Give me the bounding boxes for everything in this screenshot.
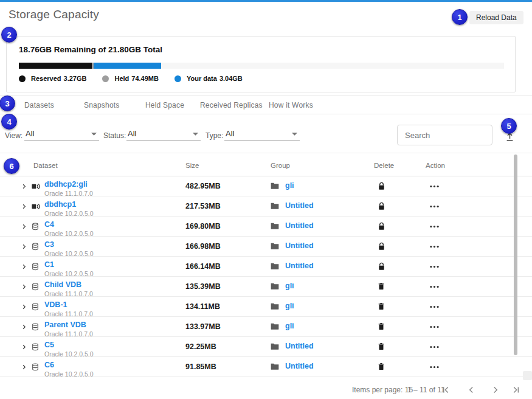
group-link[interactable]: Untitled — [285, 241, 314, 250]
dataset-link[interactable]: C5 — [44, 341, 54, 349]
dataset-size: 169.80MB — [185, 222, 221, 231]
expand-chevron-icon[interactable] — [21, 203, 27, 210]
dataset-link[interactable]: VDB-1 — [44, 300, 67, 309]
group-link[interactable]: gli — [285, 282, 294, 290]
folder-icon — [271, 203, 279, 209]
trash-icon[interactable] — [378, 302, 384, 310]
lock-icon[interactable] — [378, 182, 385, 190]
group-link[interactable]: gli — [285, 181, 294, 190]
last-page-icon[interactable] — [511, 384, 522, 395]
page-range-label: 1 – 11 of 11 — [407, 386, 445, 394]
group-link[interactable]: Untitled — [285, 221, 314, 230]
dataset-size: 482.95MB — [185, 182, 221, 190]
dataset-size: 135.39MB — [185, 282, 221, 291]
dataset-link[interactable]: C6 — [44, 361, 54, 369]
status-filter-select[interactable]: All — [126, 127, 201, 141]
action-menu-button[interactable] — [430, 185, 439, 188]
trash-icon[interactable] — [378, 363, 384, 370]
action-menu-button[interactable] — [430, 245, 439, 248]
dataset-link[interactable]: Child VDB — [44, 280, 81, 289]
capacity-segment-reserved — [19, 63, 92, 69]
expand-chevron-icon[interactable] — [21, 344, 27, 350]
vdb-icon — [32, 283, 39, 291]
dataset-link[interactable]: C4 — [44, 220, 54, 229]
next-page-icon[interactable] — [490, 384, 501, 395]
tab-how-it-works[interactable]: How it Works — [269, 101, 313, 109]
lock-icon[interactable] — [378, 222, 385, 231]
page-title: Storage Capacity — [9, 8, 99, 21]
view-filter-select[interactable]: All — [24, 127, 99, 141]
group-cell: gli — [271, 282, 294, 290]
dataset-size: 91.85MB — [185, 363, 216, 371]
trash-icon[interactable] — [378, 282, 384, 290]
table-row: Child VDBOracle 11.1.0.7.0135.39MBgli — [0, 277, 532, 297]
group-link[interactable]: Untitled — [285, 342, 314, 350]
dataset-link[interactable]: dbdhcp1 — [44, 200, 76, 209]
dataset-link[interactable]: C1 — [44, 260, 54, 269]
search-input[interactable] — [397, 125, 492, 145]
trash-icon[interactable] — [378, 322, 384, 330]
action-menu-button[interactable] — [430, 285, 439, 288]
table-row: dbdhcp1Oracle 10.2.0.5.0217.53MBUntitled — [0, 196, 532, 217]
group-link[interactable]: Untitled — [285, 262, 314, 270]
items-per-page[interactable]: Items per page: 15 — [352, 386, 413, 394]
type-filter-label: Type: — [206, 131, 223, 140]
first-page-icon[interactable] — [440, 384, 451, 395]
lock-icon[interactable] — [378, 242, 385, 251]
expand-chevron-icon[interactable] — [21, 183, 27, 190]
chevron-down-icon — [91, 133, 97, 136]
trash-icon[interactable] — [378, 342, 384, 350]
action-menu-button[interactable] — [430, 366, 439, 369]
group-link[interactable]: Untitled — [285, 362, 314, 370]
expand-chevron-icon[interactable] — [21, 263, 27, 270]
dataset-size: 217.53MB — [185, 202, 221, 210]
column-header-group: Group — [271, 162, 290, 169]
dataset-size: 134.11MB — [185, 302, 220, 311]
your-data-dot-icon — [174, 75, 181, 82]
expand-chevron-icon[interactable] — [21, 283, 27, 290]
expand-chevron-icon[interactable] — [21, 324, 27, 330]
action-menu-button[interactable] — [430, 325, 439, 328]
status-filter-label: Status: — [103, 131, 126, 140]
dataset-link[interactable]: Parent VDB — [44, 321, 86, 329]
folder-icon — [271, 363, 279, 370]
action-menu-button[interactable] — [430, 305, 439, 308]
expand-chevron-icon[interactable] — [21, 223, 27, 230]
table-row: C1Oracle 10.2.0.5.0166.14MBUntitled — [0, 257, 532, 277]
vdb-icon — [32, 343, 39, 351]
lock-icon[interactable] — [378, 262, 385, 271]
tab-held-space[interactable]: Held Space — [145, 101, 184, 109]
action-menu-button[interactable] — [430, 205, 439, 208]
group-cell: Untitled — [271, 362, 314, 370]
column-header-delete: Delete — [374, 162, 394, 169]
group-link[interactable]: gli — [285, 322, 294, 330]
table-body: dbdhcp2:gliOracle 11.1.0.7.0482.95MBglid… — [0, 176, 532, 377]
expand-chevron-icon[interactable] — [21, 304, 27, 310]
scrollbar-corner — [523, 371, 532, 380]
reload-data-button[interactable]: Reload Data — [469, 11, 523, 24]
action-menu-button[interactable] — [430, 345, 439, 349]
vdb-icon — [32, 363, 39, 371]
group-link[interactable]: Untitled — [285, 201, 314, 210]
capacity-legend: Reserved 3.27GB Held 74.49MB Your data 3… — [19, 75, 243, 82]
folder-icon — [271, 243, 279, 249]
action-menu-button[interactable] — [430, 265, 439, 268]
type-filter-select[interactable]: All — [224, 127, 300, 141]
column-header-size: Size — [185, 162, 199, 169]
capacity-card: 18.76GB Remaining of 21.80GB Total Reser… — [6, 36, 516, 92]
folder-icon — [271, 323, 279, 330]
tab-snapshots[interactable]: Snapshots — [84, 101, 120, 109]
tab-datasets[interactable]: Datasets — [24, 101, 54, 109]
previous-page-icon[interactable] — [466, 384, 477, 395]
tab-received-replicas[interactable]: Received Replicas — [200, 101, 263, 109]
action-menu-button[interactable] — [430, 225, 439, 228]
folder-icon — [271, 283, 279, 290]
callout-4: 4 — [1, 114, 17, 130]
vertical-scrollbar[interactable] — [514, 154, 517, 355]
lock-icon[interactable] — [378, 202, 385, 210]
group-link[interactable]: gli — [285, 302, 294, 310]
expand-chevron-icon[interactable] — [21, 243, 27, 250]
dataset-link[interactable]: C3 — [44, 240, 54, 249]
dataset-link[interactable]: dbdhcp2:gli — [44, 180, 88, 189]
expand-chevron-icon[interactable] — [21, 364, 27, 370]
